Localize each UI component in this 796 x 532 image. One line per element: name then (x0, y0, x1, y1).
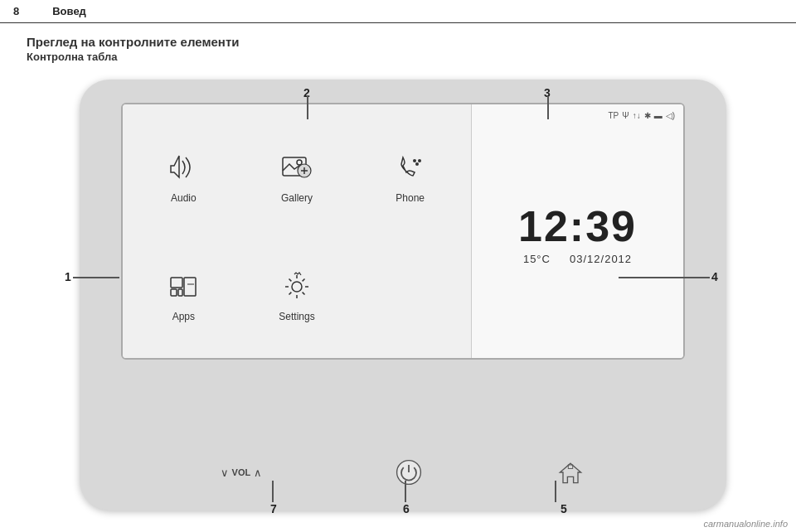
svg-rect-9 (184, 278, 196, 296)
callout-line-1 (73, 277, 119, 278)
vol-up-icon[interactable]: ∧ (254, 467, 262, 479)
clock-temp: 15°C (523, 253, 551, 265)
status-tp: TP (609, 111, 619, 120)
gallery-label: Gallery (281, 192, 313, 204)
phone-label: Phone (396, 192, 425, 204)
status-psi: Ψ (622, 111, 629, 120)
page-title: Вовед (52, 5, 86, 17)
apps-label: Apps (172, 311, 195, 322)
status-battery: ▬ (654, 111, 663, 120)
callout-line-4 (619, 277, 710, 278)
svg-rect-7 (171, 289, 177, 296)
callout-line-2 (307, 96, 308, 119)
status-bt: ✱ (644, 111, 651, 120)
vol-down-icon[interactable]: ∨ (221, 467, 229, 479)
main-content: Audio Gallery (13, 71, 783, 532)
audio-label: Audio (171, 192, 197, 204)
power-button[interactable] (394, 457, 424, 487)
callout-line-6 (405, 481, 406, 502)
menu-item-gallery[interactable]: Gallery (278, 149, 316, 204)
vol-control[interactable]: ∨ VOL ∧ (221, 467, 263, 479)
callout-4: 4 (711, 270, 718, 283)
audio-icon (164, 149, 202, 187)
callout-6: 6 (403, 502, 410, 515)
home-button[interactable] (556, 457, 585, 487)
page-number: 8 (13, 5, 19, 17)
home-icon (556, 457, 585, 487)
bottom-controls: ∨ VOL ∧ (121, 457, 685, 487)
menu-item-settings[interactable]: Settings (278, 268, 316, 322)
device-frame: Audio Gallery (80, 80, 726, 510)
callout-line-3 (547, 96, 549, 119)
watermark: carmanualonline.info (703, 519, 788, 529)
settings-icon (278, 268, 316, 306)
callout-1: 1 (65, 270, 71, 283)
screen-menu: Audio Gallery (123, 104, 471, 358)
svg-rect-6 (171, 278, 182, 288)
section-subheading: Контролна табла (27, 51, 769, 63)
clock-time: 12:39 (518, 205, 637, 248)
callout-5: 5 (561, 502, 567, 515)
callout-7: 7 (270, 502, 277, 515)
svg-rect-8 (178, 289, 182, 296)
svg-point-1 (297, 160, 302, 165)
phone-icon (391, 149, 430, 187)
settings-label: Settings (279, 311, 314, 322)
svg-point-3 (413, 159, 416, 162)
power-icon (394, 457, 424, 487)
section-main-heading: Преглед на контролните елементи (27, 35, 769, 49)
clock-date-line: 15°C 03/12/2012 (523, 253, 632, 265)
svg-point-10 (292, 282, 302, 292)
callout-line-7 (272, 481, 274, 502)
menu-item-apps[interactable]: Apps (164, 268, 202, 322)
section-headings: Преглед на контролните елементи Контролн… (0, 23, 796, 71)
clock-date: 03/12/2012 (570, 253, 632, 265)
screen-right-panel: TP Ψ ↑↓ ✱ ▬ ◁) 12:39 15°C 03/12/2012 (471, 104, 683, 358)
gallery-icon (278, 149, 316, 187)
menu-item-audio[interactable]: Audio (164, 149, 202, 204)
clock-area: 12:39 15°C 03/12/2012 (480, 120, 675, 350)
svg-point-5 (415, 162, 419, 166)
vol-label: VOL (232, 467, 251, 477)
svg-point-4 (418, 159, 421, 162)
screen: Audio Gallery (121, 103, 685, 360)
status-volume: ◁) (666, 111, 675, 120)
status-arrows: ↑↓ (633, 111, 641, 120)
page-header: 8 Вовед (0, 0, 796, 23)
menu-item-phone[interactable]: Phone (391, 149, 430, 204)
apps-icon (164, 268, 202, 306)
status-bar: TP Ψ ↑↓ ✱ ▬ ◁) (480, 111, 675, 120)
callout-line-5 (555, 481, 556, 502)
